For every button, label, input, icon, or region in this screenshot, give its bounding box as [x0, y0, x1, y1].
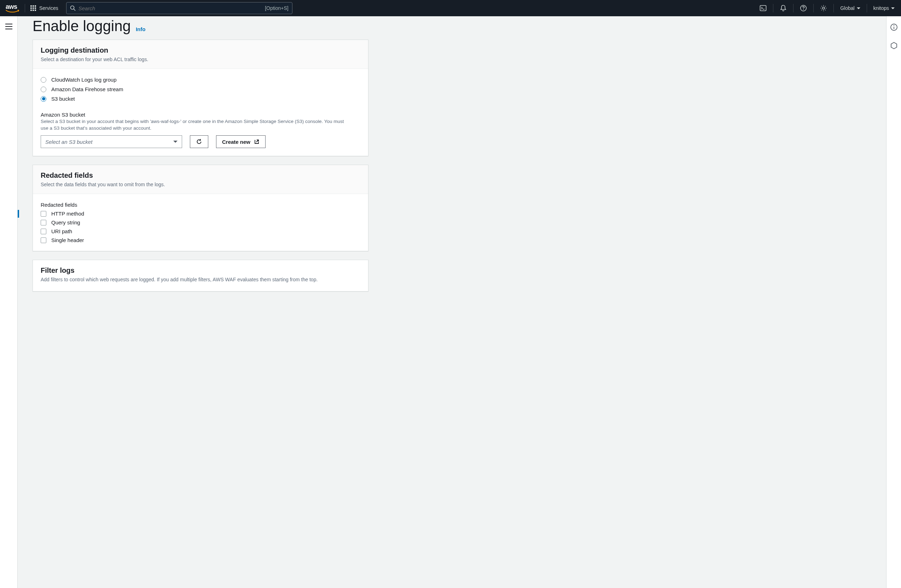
s3-field-help: Select a S3 bucket in your account that … [41, 118, 352, 132]
svg-point-14 [803, 9, 804, 10]
checkbox-icon [41, 238, 46, 243]
checkbox-uri-path[interactable]: URI path [41, 228, 360, 234]
expand-sidebar-button[interactable] [5, 23, 13, 588]
cloudshell-icon [759, 5, 767, 12]
top-nav: aws Services [Option+S] Global knitops [0, 0, 901, 16]
svg-point-9 [70, 6, 74, 9]
svg-rect-2 [35, 5, 36, 7]
info-icon [890, 23, 898, 31]
account-label: knitops [873, 5, 889, 11]
checkbox-label: Single header [51, 237, 84, 243]
radio-label: CloudWatch Logs log group [51, 77, 117, 83]
settings-button[interactable] [814, 0, 834, 16]
radio-icon [41, 87, 46, 92]
hamburger-icon [5, 23, 13, 30]
svg-marker-23 [891, 42, 897, 49]
radio-icon [41, 96, 46, 102]
svg-rect-3 [30, 8, 32, 9]
svg-rect-11 [760, 6, 766, 11]
panel-description: Select the data fields that you want to … [41, 181, 360, 188]
create-new-label: Create new [222, 139, 250, 145]
hexagon-icon [890, 42, 898, 50]
panel-title: Filter logs [41, 266, 360, 275]
filter-logs-panel: Filter logs Add filters to control which… [33, 260, 368, 291]
security-panel-button[interactable] [890, 42, 898, 51]
services-label: Services [39, 5, 58, 11]
region-selector[interactable]: Global [834, 0, 866, 16]
s3-field-label: Amazon S3 bucket [41, 112, 360, 118]
grid-icon [30, 5, 36, 11]
radio-firehose[interactable]: Amazon Data Firehose stream [41, 86, 360, 92]
account-menu[interactable]: knitops [867, 0, 901, 16]
checkbox-icon [41, 211, 46, 216]
panel-title: Logging destination [41, 46, 360, 54]
select-placeholder: Select an S3 bucket [45, 139, 92, 145]
global-search[interactable]: [Option+S] [66, 2, 292, 14]
svg-rect-1 [33, 5, 34, 7]
search-icon [70, 5, 76, 11]
checkbox-query-string[interactable]: Query string [41, 219, 360, 226]
create-new-button[interactable]: Create new [216, 135, 265, 148]
chevron-down-icon [173, 141, 178, 143]
redacted-list-title: Redacted fields [41, 202, 360, 208]
refresh-icon [196, 138, 202, 145]
search-shortcut: [Option+S] [265, 5, 288, 11]
cloudshell-button[interactable] [753, 0, 773, 16]
main-content: Enable logging Info Logging destination … [18, 16, 886, 588]
checkbox-icon [41, 229, 46, 234]
svg-rect-6 [30, 9, 32, 11]
help-icon [800, 5, 807, 12]
info-link[interactable]: Info [136, 26, 146, 32]
svg-point-15 [823, 7, 825, 9]
panel-description: Select a destination for your web ACL tr… [41, 56, 360, 63]
destination-radio-group: CloudWatch Logs log group Amazon Data Fi… [41, 77, 360, 102]
scroll-indicator [18, 210, 19, 218]
external-link-icon [254, 139, 260, 145]
radio-icon [41, 77, 46, 83]
svg-rect-0 [30, 5, 32, 7]
right-help-strip [886, 16, 901, 588]
svg-rect-8 [35, 9, 36, 11]
svg-line-10 [73, 9, 75, 11]
svg-point-21 [893, 25, 894, 26]
checkbox-label: Query string [51, 219, 80, 226]
search-input[interactable] [76, 5, 265, 11]
radio-label: Amazon Data Firehose stream [51, 86, 123, 92]
radio-label: S3 bucket [51, 96, 75, 102]
aws-logo[interactable]: aws [0, 3, 25, 13]
checkbox-label: URI path [51, 228, 72, 234]
chevron-down-icon [891, 8, 895, 9]
svg-rect-5 [35, 8, 36, 9]
s3-bucket-select[interactable]: Select an S3 bucket [41, 135, 182, 148]
help-button[interactable] [793, 0, 813, 16]
redacted-checklist: HTTP method Query string URI path S [41, 211, 360, 243]
checkbox-label: HTTP method [51, 211, 84, 216]
svg-rect-7 [33, 9, 34, 11]
panel-title: Redacted fields [41, 171, 360, 179]
bell-icon [780, 5, 787, 12]
gear-icon [820, 5, 827, 12]
svg-rect-4 [33, 8, 34, 9]
info-panel-button[interactable] [890, 23, 898, 33]
chevron-down-icon [857, 8, 860, 9]
redacted-fields-panel: Redacted fields Select the data fields t… [33, 165, 368, 251]
page-title: Enable logging [33, 18, 131, 35]
left-sidebar-collapsed [0, 16, 18, 588]
radio-cloudwatch[interactable]: CloudWatch Logs log group [41, 77, 360, 83]
checkbox-http-method[interactable]: HTTP method [41, 211, 360, 216]
refresh-button[interactable] [190, 135, 208, 148]
checkbox-icon [41, 220, 46, 226]
panel-description: Add filters to control which web request… [41, 276, 360, 283]
region-label: Global [840, 5, 854, 11]
logging-destination-panel: Logging destination Select a destination… [33, 40, 368, 156]
checkbox-single-header[interactable]: Single header [41, 237, 360, 243]
radio-s3-bucket[interactable]: S3 bucket [41, 96, 360, 102]
services-menu[interactable]: Services [25, 5, 63, 11]
notifications-button[interactable] [773, 0, 793, 16]
